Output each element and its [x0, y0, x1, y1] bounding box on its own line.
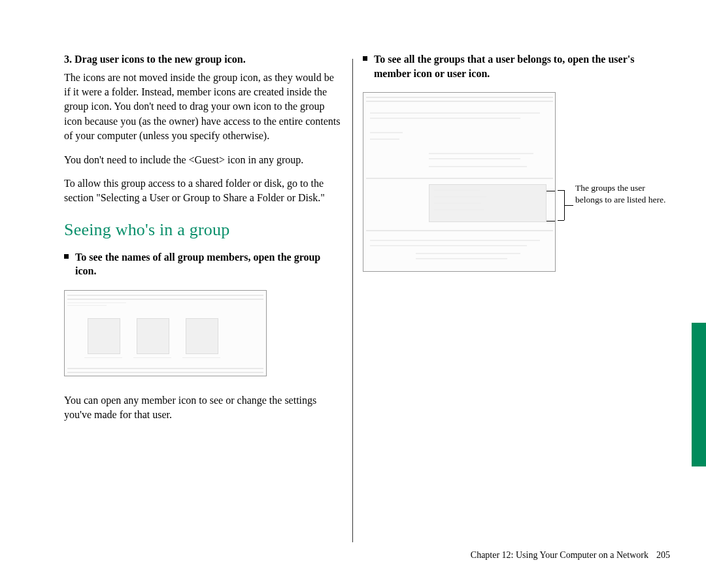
thumb-tab — [692, 323, 706, 466]
chapter-label: Chapter 12: Using Your Computer on a Net… — [471, 550, 648, 561]
bullet-square-icon — [363, 56, 367, 61]
step-3-heading: 3. Drag user icons to the new group icon… — [64, 52, 343, 67]
figure-left-placeholder — [64, 290, 267, 376]
step-3-para-2: You don't need to include the <Guest> ic… — [64, 153, 343, 167]
bullet-item-user-groups: To see all the groups that a user belong… — [363, 52, 673, 80]
bullet-item-group-members: To see the names of all group members, o… — [64, 250, 343, 278]
step-3-para-3: To allow this group access to a shared f… — [64, 176, 343, 206]
bullet-text: To see all the groups that a user belong… — [374, 52, 673, 80]
bullet-text: To see the names of all group members, o… — [75, 250, 343, 278]
figure-callout: The groups the user belongs to are liste… — [575, 182, 673, 206]
step-3-para-1: The icons are not moved inside the group… — [64, 71, 343, 144]
figure-right-placeholder — [363, 92, 556, 272]
figure-group-window — [64, 290, 343, 376]
page-footer: Chapter 12: Using Your Computer on a Net… — [471, 550, 670, 561]
bullet-square-icon — [64, 254, 69, 259]
figure-user-window: The groups the user belongs to are liste… — [363, 92, 673, 272]
page-number: 205 — [656, 550, 670, 561]
para-open-member-icon: You can open any member icon to see or c… — [64, 393, 343, 423]
section-heading: Seeing who's in a group — [64, 220, 343, 240]
